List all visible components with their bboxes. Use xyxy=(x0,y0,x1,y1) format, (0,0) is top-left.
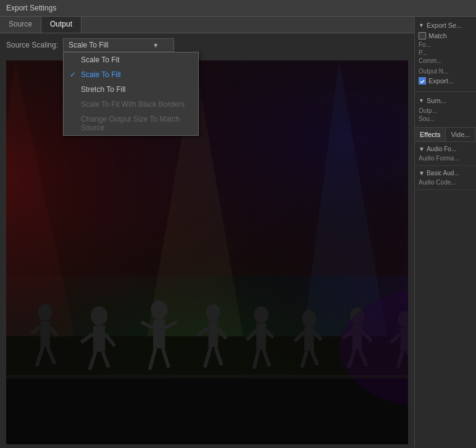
tab-source[interactable]: Source xyxy=(0,17,41,33)
svg-rect-72 xyxy=(6,375,408,378)
svg-rect-35 xyxy=(153,320,165,349)
svg-rect-47 xyxy=(256,323,266,350)
source-scaling-label: Source Scaling: xyxy=(6,41,58,49)
title-bar: Export Settings xyxy=(0,0,476,17)
right-tab-effects[interactable]: Effects xyxy=(415,128,446,141)
export-settings-arrow-icon: ▼ xyxy=(419,22,424,28)
export-checkbox-label: Export... xyxy=(428,77,454,85)
dropdown-menu: Scale To Fit Scale To Fill Stretch To Fi… xyxy=(63,52,199,136)
audio-format-title: ▼ Audio Fo... xyxy=(419,146,472,152)
svg-rect-53 xyxy=(304,327,314,351)
svg-rect-23 xyxy=(40,321,50,347)
output-name-label: Output N... xyxy=(419,68,472,75)
dropdown-arrow-icon: ▼ xyxy=(152,42,159,49)
checkmark-icon xyxy=(419,78,425,85)
svg-point-46 xyxy=(254,306,268,323)
audio-format-section: ▼ Audio Fo... Audio Forma... xyxy=(415,142,476,166)
preset-label: P... xyxy=(419,49,472,56)
dropdown-item-scale-to-fill[interactable]: Scale To Fill xyxy=(64,67,198,82)
svg-point-28 xyxy=(91,306,107,325)
basic-audio-arrow-icon: ▼ xyxy=(419,170,425,176)
comments-label: Comm... xyxy=(419,57,472,64)
tab-output[interactable]: Output xyxy=(41,17,81,33)
dropdown-item-stretch-to-fill[interactable]: Stretch To Fill xyxy=(64,82,198,97)
svg-rect-41 xyxy=(208,321,218,347)
match-label: Match xyxy=(428,32,447,39)
right-panel: ▼ Export Se... Match Fo... P... Comm... … xyxy=(414,17,476,448)
source-scaling-select-wrapper: Scale To Fill ▼ Scale To Fit Scale To Fi… xyxy=(63,38,174,52)
export-checkbox-row: Export... xyxy=(419,77,472,85)
source-scaling-row: Source Scaling: Scale To Fill ▼ Scale To… xyxy=(0,33,414,57)
match-checkbox[interactable] xyxy=(419,32,426,39)
svg-point-22 xyxy=(38,304,52,321)
svg-rect-29 xyxy=(93,326,105,352)
left-panel: Source Output Source Scaling: Scale To F… xyxy=(0,17,414,448)
export-settings-title: ▼ Export Se... xyxy=(419,22,472,29)
basic-audio-title: ▼ Basic Aud... xyxy=(419,170,472,176)
dropdown-item-scale-fit-black: Scale To Fit With Black Borders xyxy=(64,97,198,112)
svg-point-34 xyxy=(151,301,167,320)
title-text: Export Settings xyxy=(6,4,56,12)
export-settings-section: ▼ Export Se... Match Fo... P... Comm... … xyxy=(415,17,476,92)
audio-codec-label: Audio Code... xyxy=(419,179,472,186)
audio-format-label: Audio Forma... xyxy=(419,155,472,162)
right-panel-tabs: Effects Vide... xyxy=(415,128,476,142)
summary-section: ▼ Sum... Outp... Sou... xyxy=(415,92,476,128)
svg-point-52 xyxy=(302,310,316,326)
source-summary-label: Sou... xyxy=(419,115,472,122)
format-label: Fo... xyxy=(419,41,472,48)
audio-format-arrow-icon: ▼ xyxy=(419,146,425,152)
dropdown-selected-value: Scale To Fill xyxy=(69,41,108,49)
summary-title: ▼ Sum... xyxy=(419,97,472,104)
tab-bar: Source Output xyxy=(0,17,414,33)
dropdown-item-scale-to-fit[interactable]: Scale To Fit xyxy=(64,52,198,67)
svg-rect-70 xyxy=(6,378,408,444)
dropdown-item-change-output-size: Change Output Size To Match Source xyxy=(64,112,198,135)
main-layout: Source Output Source Scaling: Scale To F… xyxy=(0,17,476,448)
match-checkbox-row: Match xyxy=(419,32,472,39)
right-tab-video[interactable]: Vide... xyxy=(446,128,475,141)
export-checkbox[interactable] xyxy=(419,77,426,85)
output-summary-label: Outp... xyxy=(419,107,472,114)
summary-arrow-icon: ▼ xyxy=(419,97,424,104)
basic-audio-section: ▼ Basic Aud... Audio Code... xyxy=(415,166,476,190)
svg-point-40 xyxy=(206,304,220,321)
source-scaling-dropdown[interactable]: Scale To Fill ▼ xyxy=(63,38,174,52)
